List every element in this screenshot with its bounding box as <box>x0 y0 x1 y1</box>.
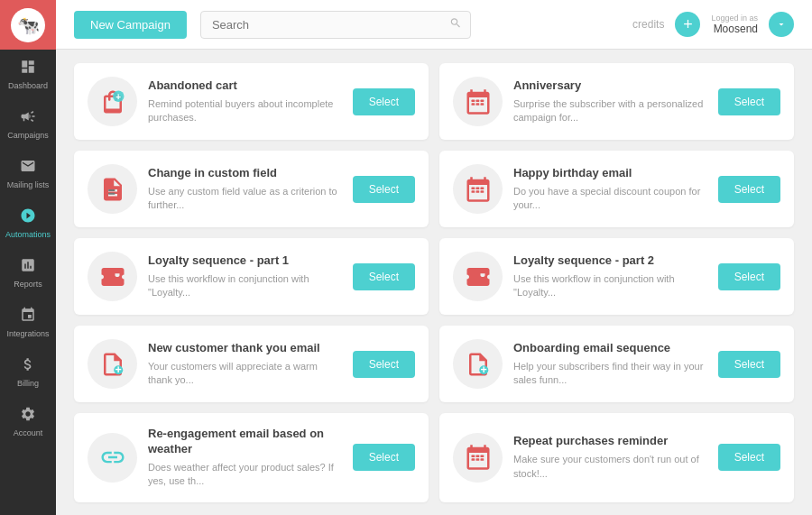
card-title-re-engagement: Re-engagement email based on weather <box>148 427 342 457</box>
new-campaign-button[interactable]: New Campaign <box>74 11 187 39</box>
card-loyalty-part2: Loyalty sequence - part 2 Use this workf… <box>439 238 794 315</box>
campaigns-icon <box>20 108 36 128</box>
sidebar-item-automations[interactable]: Automations <box>0 198 56 248</box>
content-area: + Abandoned cart Remind potential buyers… <box>56 50 812 515</box>
card-title-onboarding-email: Onboarding email sequence <box>513 341 707 356</box>
card-title-loyalty-part2: Loyalty sequence - part 2 <box>513 253 707 269</box>
select-button-loyalty-part2[interactable]: Select <box>718 263 780 290</box>
card-body-anniversary: Anniversary Surprise the subscriber with… <box>513 78 707 125</box>
select-button-change-custom-field[interactable]: Select <box>353 176 415 203</box>
sidebar: 🐄 Dashboard Campaigns Mailing lists Auto… <box>0 0 56 515</box>
sidebar-label-campaigns: Campaigns <box>7 131 49 140</box>
card-re-engagement: Re-engagement email based on weather Doe… <box>74 413 429 502</box>
sidebar-item-account[interactable]: Account <box>0 397 56 446</box>
templates-grid: + Abandoned cart Remind potential buyers… <box>74 63 794 502</box>
card-desc-re-engagement: Does weather affect your product sales? … <box>148 461 342 489</box>
sidebar-item-integrations[interactable]: Integrations <box>0 298 56 347</box>
card-body-loyalty-part2: Loyalty sequence - part 2 Use this workf… <box>513 253 707 300</box>
card-title-change-custom-field: Change in custom field <box>148 166 342 181</box>
card-title-loyalty-part1: Loyalty sequence - part 1 <box>148 253 342 269</box>
card-desc-happy-birthday: Do you have a special discount coupon fo… <box>513 185 707 213</box>
logged-in-label: Logged in as <box>711 14 758 23</box>
card-change-custom-field: Change in custom field Use any custom fi… <box>74 151 429 227</box>
select-button-happy-birthday[interactable]: Select <box>718 176 780 203</box>
svg-text:+: + <box>115 91 121 101</box>
svg-rect-2 <box>471 99 475 102</box>
add-credits-button[interactable]: + <box>675 12 700 37</box>
card-desc-loyalty-part1: Use this workflow in conjunction with "L… <box>148 272 342 300</box>
card-desc-loyalty-part2: Use this workflow in conjunction with "L… <box>513 272 707 300</box>
topbar-right: credits + Logged in as Moosend <box>632 12 794 37</box>
card-icon-onboarding-email: + <box>453 339 503 389</box>
search-icon <box>449 17 462 32</box>
select-button-anniversary[interactable]: Select <box>718 88 780 115</box>
card-desc-anniversary: Surprise the subscriber with a personali… <box>513 97 707 125</box>
svg-rect-12 <box>480 187 484 189</box>
sidebar-item-campaigns[interactable]: Campaigns <box>0 99 56 149</box>
sidebar-item-reports[interactable]: Reports <box>0 248 56 298</box>
card-title-abandoned-cart: Abandoned cart <box>148 78 342 94</box>
username-label: Moosend <box>714 23 758 35</box>
card-abandoned-cart: + Abandoned cart Remind potential buyers… <box>74 63 429 140</box>
card-icon-repeat-purchases <box>453 433 503 483</box>
card-body-loyalty-part1: Loyalty sequence - part 1 Use this workf… <box>148 253 342 300</box>
svg-rect-14 <box>475 190 479 193</box>
card-desc-onboarding-email: Help your subscribers find their way in … <box>513 360 707 388</box>
svg-rect-9 <box>108 192 115 194</box>
card-icon-abandoned-cart: + <box>88 77 137 126</box>
topbar: New Campaign credits + Logged in as Moos… <box>56 0 812 50</box>
sidebar-item-dashboard[interactable]: Dashboard <box>0 50 56 99</box>
mailing-lists-icon <box>20 158 36 178</box>
card-body-repeat-purchases: Repeat purchases reminder Make sure your… <box>513 434 707 481</box>
card-repeat-purchases: Repeat purchases reminder Make sure your… <box>439 413 794 502</box>
card-title-happy-birthday: Happy birthday email <box>513 166 707 181</box>
card-body-happy-birthday: Happy birthday email Do you have a speci… <box>513 166 707 213</box>
card-title-repeat-purchases: Repeat purchases reminder <box>513 434 707 449</box>
card-body-change-custom-field: Change in custom field Use any custom fi… <box>148 166 342 213</box>
svg-rect-11 <box>475 187 479 189</box>
select-button-abandoned-cart[interactable]: Select <box>353 88 415 115</box>
sidebar-item-mailing-lists[interactable]: Mailing lists <box>0 149 56 198</box>
svg-rect-13 <box>471 190 475 193</box>
sidebar-label-automations: Automations <box>5 230 51 239</box>
card-desc-abandoned-cart: Remind potential buyers about incomplete… <box>148 97 342 125</box>
sidebar-label-dashboard: Dashboard <box>8 81 48 90</box>
select-button-onboarding-email[interactable]: Select <box>718 351 780 378</box>
card-title-new-customer-thank-you: New customer thank you email <box>148 341 342 356</box>
card-icon-re-engagement <box>88 433 137 483</box>
credits-label: credits <box>632 18 664 31</box>
reports-icon <box>20 257 36 277</box>
select-button-re-engagement[interactable]: Select <box>353 444 415 471</box>
sidebar-label-account: Account <box>14 428 43 437</box>
sidebar-item-billing[interactable]: Billing <box>0 347 56 397</box>
dashboard-icon <box>20 59 36 78</box>
billing-icon <box>20 356 36 376</box>
svg-rect-20 <box>471 455 475 458</box>
select-button-new-customer-thank-you[interactable]: Select <box>353 351 415 378</box>
card-new-customer-thank-you: + New customer thank you email Your cust… <box>74 326 429 402</box>
svg-rect-21 <box>475 455 479 458</box>
svg-rect-24 <box>475 459 479 462</box>
select-button-repeat-purchases[interactable]: Select <box>718 444 780 471</box>
svg-rect-10 <box>471 187 475 189</box>
svg-rect-4 <box>480 99 484 102</box>
search-box <box>200 11 471 39</box>
user-info: Logged in as Moosend <box>711 14 758 35</box>
automations-icon <box>20 207 36 227</box>
integrations-icon <box>20 307 36 326</box>
sidebar-label-billing: Billing <box>17 379 39 388</box>
main-content: New Campaign credits + Logged in as Moos… <box>56 0 812 515</box>
account-icon <box>20 406 36 426</box>
search-input[interactable] <box>200 11 471 39</box>
select-button-loyalty-part1[interactable]: Select <box>353 263 415 290</box>
card-icon-loyalty-part2 <box>453 252 503 301</box>
svg-rect-5 <box>471 103 475 106</box>
card-desc-new-customer-thank-you: Your customers will appreciate a warm th… <box>148 360 342 388</box>
card-title-anniversary: Anniversary <box>513 78 707 94</box>
svg-rect-25 <box>480 459 484 462</box>
user-menu-button[interactable] <box>769 12 794 37</box>
card-body-onboarding-email: Onboarding email sequence Help your subs… <box>513 341 707 388</box>
card-anniversary: Anniversary Surprise the subscriber with… <box>439 63 794 140</box>
card-desc-repeat-purchases: Make sure your customers don't run out o… <box>513 453 707 481</box>
card-icon-anniversary <box>453 77 503 126</box>
